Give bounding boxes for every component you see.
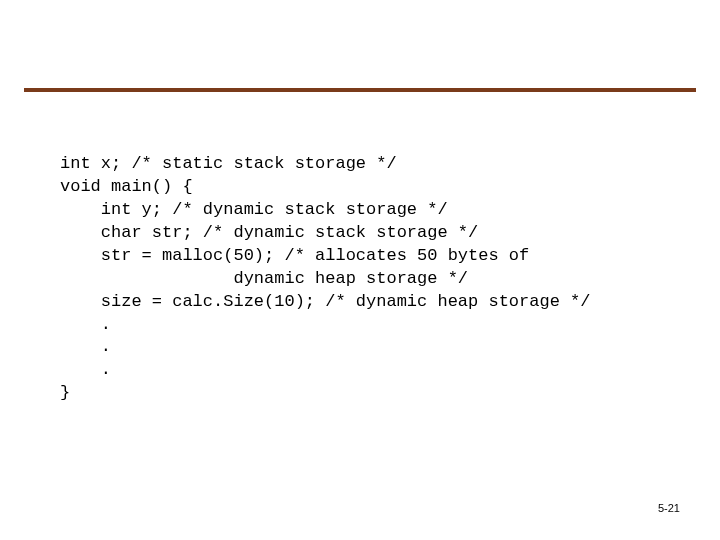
code-line: . bbox=[60, 315, 111, 334]
code-line: } bbox=[60, 383, 70, 402]
code-line: dynamic heap storage */ bbox=[60, 269, 468, 288]
code-line: char str; /* dynamic stack storage */ bbox=[60, 223, 478, 242]
code-line: . bbox=[60, 337, 111, 356]
page-number: 5-21 bbox=[658, 502, 680, 514]
code-line: . bbox=[60, 360, 111, 379]
code-block: int x; /* static stack storage */ void m… bbox=[60, 130, 680, 405]
code-line: int y; /* dynamic stack storage */ bbox=[60, 200, 448, 219]
code-line: str = malloc(50); /* allocates 50 bytes … bbox=[60, 246, 529, 265]
code-line: void main() { bbox=[60, 177, 193, 196]
horizontal-rule bbox=[24, 88, 696, 92]
code-line: int x; /* static stack storage */ bbox=[60, 154, 397, 173]
code-line: size = calc.Size(10); /* dynamic heap st… bbox=[60, 292, 591, 311]
